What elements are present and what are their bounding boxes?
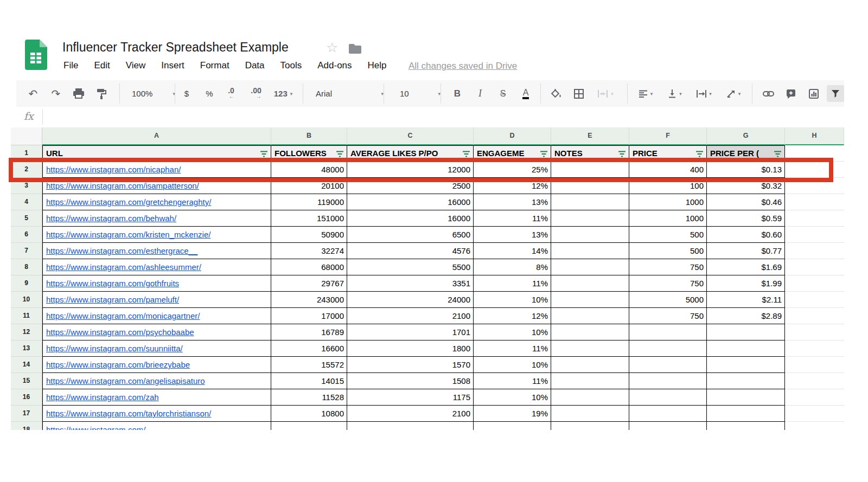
cell-price[interactable]: 750	[629, 259, 707, 275]
column-header-F[interactable]: F	[629, 127, 707, 145]
cell-notes[interactable]	[551, 194, 629, 210]
row-number-9[interactable]: 9	[11, 275, 42, 292]
cell-price[interactable]: 750	[629, 308, 707, 324]
cell-h[interactable]	[785, 340, 844, 357]
cell-price-per[interactable]: $2.11	[707, 292, 785, 308]
italic-button[interactable]: I	[471, 85, 489, 102]
insert-link-button[interactable]	[758, 85, 778, 102]
cell-url[interactable]: https://www.instagram.com/brieezybabe	[42, 357, 271, 373]
horizontal-align-menu[interactable]: ▾	[634, 85, 658, 102]
cell-price[interactable]	[629, 357, 707, 373]
vertical-align-menu[interactable]: ▾	[663, 85, 687, 102]
cell-followers[interactable]	[271, 422, 347, 430]
row-number-16[interactable]: 16	[11, 389, 42, 406]
cell-notes[interactable]	[551, 227, 629, 243]
cell-engagement[interactable]: 13%	[474, 194, 551, 210]
instagram-link[interactable]: https://www.instagram.com/gretchengeragh…	[46, 197, 211, 207]
cell-url[interactable]: https://www.instagram.com/psychobaabe	[42, 324, 271, 340]
cell-engagement[interactable]: 11%	[474, 340, 551, 357]
format-percent-button[interactable]: %	[202, 85, 217, 102]
cell-engagement[interactable]: 13%	[474, 227, 551, 243]
cell-average-likes[interactable]: 16000	[347, 194, 474, 210]
cell-notes[interactable]	[551, 259, 629, 275]
cell-followers[interactable]: 48000	[271, 162, 347, 178]
row-number-1[interactable]: 1	[11, 145, 42, 162]
cell-average-likes[interactable]: 6500	[347, 227, 474, 243]
cell-followers[interactable]: 119000	[271, 194, 347, 210]
column-header-G[interactable]: G	[707, 127, 785, 145]
cell-engagement[interactable]: 14%	[474, 243, 551, 259]
cell-engagement[interactable]: 12%	[474, 308, 551, 324]
cell-followers[interactable]: 16600	[271, 340, 347, 357]
instagram-link[interactable]: https://www.instagram.com/gothfruits	[46, 279, 179, 288]
cell-price[interactable]	[629, 406, 707, 422]
cell-notes[interactable]	[551, 210, 629, 227]
row-number-12[interactable]: 12	[11, 324, 42, 340]
row-number-2[interactable]: 2	[11, 162, 42, 178]
cell-price[interactable]: 500	[629, 243, 707, 259]
cell-h[interactable]	[785, 259, 844, 275]
cell-average-likes[interactable]: 1701	[347, 324, 474, 340]
cell-notes[interactable]	[551, 373, 629, 389]
star-icon[interactable]: ☆	[326, 41, 338, 54]
cell-engagement[interactable]: 19%	[474, 406, 551, 422]
font-size-select[interactable]: 10 ▾	[393, 85, 447, 102]
cell-h[interactable]	[785, 227, 844, 243]
instagram-link[interactable]: https://www.instagram.com/nicaphan/	[46, 165, 181, 174]
row-number-3[interactable]: 3	[11, 178, 42, 194]
cell-followers[interactable]: 17000	[271, 308, 347, 324]
cell-notes[interactable]	[551, 178, 629, 194]
print-button[interactable]	[69, 85, 88, 102]
text-color-button[interactable]: A	[516, 85, 535, 102]
cell-engagement[interactable]: 11%	[474, 373, 551, 389]
column-header-C[interactable]: C	[347, 127, 474, 145]
cell-url[interactable]: https://www.instagram.com/ashleesummer/	[42, 259, 271, 275]
menu-tools[interactable]: Tools	[280, 60, 302, 71]
cell-price-per[interactable]: $0.59	[707, 210, 785, 227]
cell-h[interactable]	[785, 308, 844, 324]
instagram-link[interactable]: https://www.instagram.com/psychobaabe	[46, 327, 194, 337]
cell-average-likes[interactable]: 1175	[347, 389, 474, 406]
cell-notes[interactable]	[551, 324, 629, 340]
cell-engagement[interactable]: 11%	[474, 210, 551, 227]
cell-url[interactable]: https://www.instagram.com/monicagartner/	[42, 308, 271, 324]
cell-average-likes[interactable]: 1800	[347, 340, 474, 357]
cell-price-per[interactable]	[707, 357, 785, 373]
row-number-6[interactable]: 6	[11, 227, 42, 243]
instagram-link[interactable]: https://www.instagram.com/pameluft/	[46, 295, 179, 304]
menu-addons[interactable]: Add-ons	[317, 60, 352, 71]
sheets-app-icon[interactable]	[24, 40, 47, 72]
cell-average-likes[interactable]	[347, 422, 474, 430]
cell-price-per[interactable]: $2.89	[707, 308, 785, 324]
cell-notes[interactable]	[551, 308, 629, 324]
document-title[interactable]: Influencer Tracker Spreadsheet Example	[62, 40, 289, 55]
instagram-link[interactable]: https://www.instagram.com/monicagartner/	[46, 311, 200, 320]
column-header-A[interactable]: A	[42, 127, 271, 145]
cell-h[interactable]	[785, 389, 844, 406]
cell-url[interactable]: https://www.instagram.com/pameluft/	[42, 292, 271, 308]
row-number-5[interactable]: 5	[11, 210, 42, 227]
cell-price[interactable]: 500	[629, 227, 707, 243]
instagram-link[interactable]: https://www.instagram.com/	[46, 425, 145, 430]
cell-h[interactable]	[785, 162, 844, 178]
cell-price-per[interactable]: $1.99	[707, 275, 785, 292]
cell-engagement[interactable]: 8%	[474, 259, 551, 275]
cell-price[interactable]: 1000	[629, 194, 707, 210]
row-number-4[interactable]: 4	[11, 194, 42, 210]
cell-price[interactable]	[629, 422, 707, 430]
decrease-decimal-button[interactable]: .0 ←	[221, 85, 241, 102]
font-family-select[interactable]: Arial ▾	[310, 85, 389, 102]
borders-button[interactable]	[570, 85, 588, 102]
cell-url[interactable]: https://www.instagram.com/gothfruits	[42, 275, 271, 292]
select-all-corner[interactable]	[11, 127, 42, 145]
cell-price[interactable]: 750	[629, 275, 707, 292]
instagram-link[interactable]: https://www.instagram.com/angelisapisatu…	[46, 376, 205, 385]
cell-notes[interactable]	[551, 340, 629, 357]
header-filter-icon[interactable]	[336, 151, 344, 158]
cell-h[interactable]	[785, 243, 844, 259]
cell-price-per[interactable]: $0.60	[707, 227, 785, 243]
cell-price-per[interactable]	[707, 340, 785, 357]
filter-button[interactable]	[827, 85, 844, 102]
cell-followers[interactable]: 20100	[271, 178, 347, 194]
cell-url[interactable]: https://www.instagram.com/taylorchristia…	[42, 406, 271, 422]
